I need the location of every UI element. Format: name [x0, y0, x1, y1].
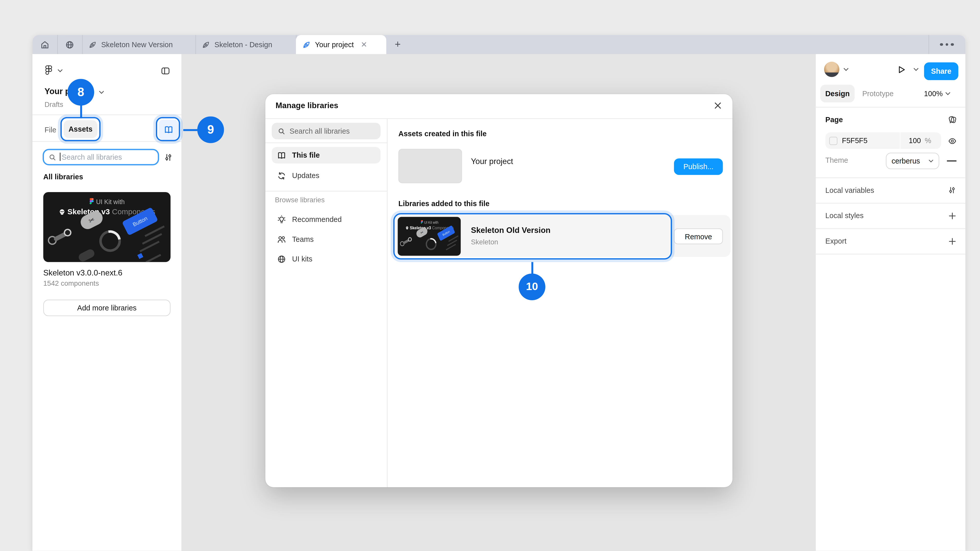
open-variables-button[interactable] — [946, 184, 958, 196]
local-variables-label: Local variables — [825, 186, 874, 194]
home-button[interactable] — [35, 35, 55, 54]
tab-bar: Skeleton New Version Skeleton - Design Y… — [32, 35, 965, 54]
tab-label: Skeleton New Version — [101, 41, 173, 48]
divider — [816, 228, 966, 229]
close-icon — [714, 102, 722, 110]
chevron-down-icon — [928, 159, 934, 163]
skull-icon — [59, 209, 65, 216]
nav-ui-kits[interactable]: UI kits — [272, 251, 380, 267]
divider — [816, 254, 966, 254]
add-style-button[interactable] — [946, 210, 958, 221]
figma-logo-color-icon — [89, 198, 94, 205]
tab-design[interactable]: Design — [820, 85, 855, 103]
divider — [387, 118, 387, 487]
tab-prototype[interactable]: Prototype — [862, 90, 894, 97]
list-line — [145, 225, 165, 237]
tab-label: Skeleton - Design — [215, 41, 272, 48]
window-menu-button[interactable] — [928, 35, 966, 54]
figma-menu-button[interactable] — [42, 63, 55, 77]
nav-this-file[interactable]: This file — [272, 147, 380, 164]
sliders-icon — [948, 186, 956, 195]
libraries-added-heading: Libraries added to this file — [398, 200, 490, 207]
percent-sign: % — [925, 137, 932, 144]
divider — [266, 191, 387, 191]
filter-button[interactable] — [162, 151, 174, 163]
tab-your-project[interactable]: Your project ✕ — [296, 35, 386, 54]
library-card-thumbnail[interactable]: UI Kit with Skeleton v3 Components ✂ But… — [43, 192, 171, 262]
page-heading: Page — [825, 116, 843, 124]
library-team: Skeleton — [471, 238, 498, 246]
nav-updates[interactable]: Updates — [272, 167, 380, 184]
chevron-down-icon[interactable] — [913, 67, 919, 71]
nav-label: Recommended — [292, 216, 342, 223]
assets-created-heading: Assets created in this file — [398, 130, 487, 138]
color-hex-value[interactable]: F5F5F5 — [842, 137, 867, 144]
tab-assets[interactable]: Assets — [64, 120, 97, 138]
chevron-down-icon[interactable] — [99, 90, 104, 94]
annotation-connector-10 — [531, 262, 533, 274]
globe-icon — [277, 254, 286, 264]
left-sidebar: Your project Drafts File Assets All libr… — [32, 54, 181, 551]
thumb-line1: UI Kit with — [43, 198, 171, 205]
chevron-down-icon[interactable] — [57, 68, 63, 73]
color-swatch[interactable] — [829, 137, 837, 144]
list-line — [449, 235, 458, 242]
tab-skeleton-design[interactable]: Skeleton - Design — [196, 35, 296, 54]
chevron-down-icon[interactable] — [843, 67, 849, 71]
annotation-badge-8: 8 — [67, 79, 94, 106]
project-thumbnail — [398, 149, 462, 183]
pages-icon — [947, 115, 957, 124]
nav-label: This file — [292, 151, 320, 159]
panel-left-icon — [160, 66, 170, 75]
opacity-value[interactable]: 100 — [909, 137, 921, 144]
close-tab-icon[interactable]: ✕ — [361, 40, 367, 49]
theme-label: Theme — [825, 156, 848, 164]
toggle-visibility-button[interactable] — [946, 135, 958, 146]
open-book-icon — [277, 151, 286, 160]
page-opacity-field[interactable]: 100 % — [900, 132, 941, 149]
all-libraries-heading: All libraries — [43, 173, 83, 181]
toggle-component — [399, 235, 414, 248]
avatar[interactable] — [824, 62, 839, 77]
chevron-down-icon[interactable] — [945, 92, 951, 95]
publish-button[interactable]: Publish... — [674, 159, 723, 175]
divider — [266, 118, 732, 119]
skull-icon — [405, 226, 409, 230]
library-card-title[interactable]: Skeleton v3.0.0-next.6 — [43, 268, 123, 277]
plus-icon — [948, 211, 956, 220]
zoom-level[interactable]: 100% — [924, 90, 943, 97]
libraries-button[interactable] — [159, 120, 179, 140]
page-color-field[interactable]: F5F5F5 — [825, 132, 900, 149]
right-panel: Share Design Prototype 100% Page F5F5F5 — [816, 54, 966, 551]
refresh-icon — [277, 171, 286, 180]
theme-dropdown[interactable]: cerberus — [886, 152, 939, 169]
globe-icon — [65, 40, 74, 49]
toggle-sidebar-button[interactable] — [159, 64, 172, 77]
thumb-line1: UI Kit with — [398, 220, 461, 224]
browser-button[interactable] — [57, 35, 82, 54]
file-location[interactable]: Drafts — [45, 100, 63, 108]
checkbox-dot — [137, 253, 143, 259]
text-caret — [60, 152, 60, 161]
nav-teams[interactable]: Teams — [272, 231, 380, 248]
home-icon — [40, 40, 49, 49]
add-export-button[interactable] — [946, 235, 958, 247]
lightbulb-icon — [277, 215, 286, 224]
page-presets-button[interactable] — [946, 114, 958, 125]
page-color-row: F5F5F5 100 % — [825, 132, 941, 149]
present-button[interactable] — [895, 63, 907, 76]
tab-skeleton-new-version[interactable]: Skeleton New Version — [82, 35, 196, 54]
remove-theme-button[interactable] — [947, 160, 956, 162]
thumbnail-art: UI Kit with Skeleton v3 Components ✂ But… — [398, 217, 461, 256]
add-more-libraries-button[interactable]: Add more libraries — [43, 300, 171, 316]
nav-recommended[interactable]: Recommended — [272, 211, 380, 228]
library-row-thumbnail: UI Kit with Skeleton v3 Components ✂ But… — [398, 217, 461, 256]
tab-file[interactable]: File — [45, 126, 56, 134]
divider — [816, 178, 966, 178]
figma-logo-color-icon — [421, 220, 423, 224]
close-dialog-button[interactable] — [712, 100, 724, 111]
dialog-search-input[interactable] — [272, 123, 380, 139]
remove-library-button[interactable]: Remove — [674, 228, 723, 244]
share-button[interactable]: Share — [924, 62, 959, 80]
new-tab-button[interactable]: + — [389, 35, 407, 54]
